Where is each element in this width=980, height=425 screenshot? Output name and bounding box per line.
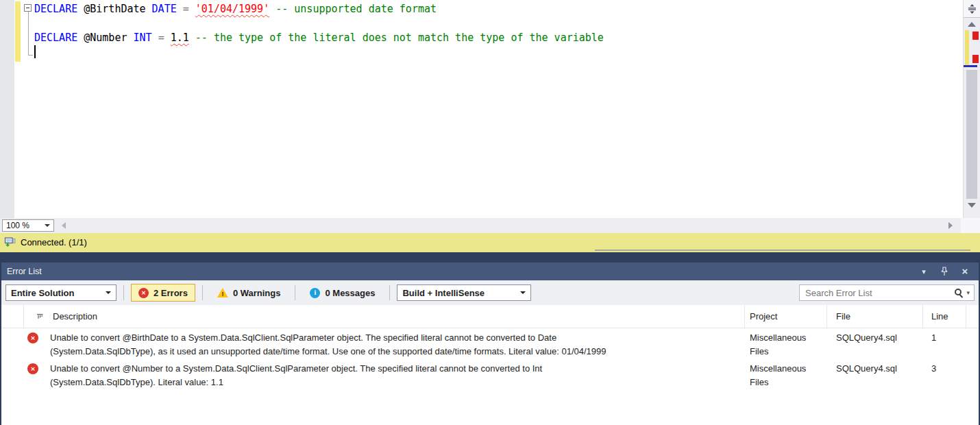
sql-variable: @Number [84,32,133,44]
column-file-label: File [836,311,850,321]
error-icon: × [27,363,38,374]
toolbar-separator [295,285,295,300]
messages-filter-button[interactable]: i 0 Messages [302,284,382,302]
text-caret [34,45,36,58]
error-line-number: 3 [923,359,966,390]
error-icon: × [138,288,149,298]
vertical-scrollbar[interactable] [963,0,980,218]
row-margin [1,328,24,359]
track-changes-bar [15,1,21,62]
scroll-down-icon[interactable] [968,203,976,208]
severity-column-icon [36,313,44,320]
error-project: Miscellaneous Files [745,359,827,390]
error-description: Unable to convert @Number to a System.Da… [50,362,542,389]
error-list-panel: Error List ▾ × Entire Solution × 2 Error… [0,263,980,425]
scroll-right-icon[interactable] [948,222,953,229]
status-bar-divider [595,250,970,251]
source-filter-value: Build + IntelliSense [402,288,516,298]
error-description-cell: × Unable to convert @BirthDate to a Syst… [24,328,745,359]
error-table-header: Description Project File Line [1,305,979,328]
toolbar-separator [123,285,124,300]
zoom-value: 100 % [3,221,45,230]
chevron-down-icon [520,291,526,294]
error-description: Unable to convert @BirthDate to a System… [50,331,607,359]
scroll-mark-changes [965,30,969,67]
scope-filter-dropdown[interactable]: Entire Solution [5,284,117,301]
error-icon: × [27,332,38,343]
scope-filter-value: Entire Solution [11,288,101,298]
error-row-1[interactable]: × Unable to convert @BirthDate to a Syst… [1,328,979,359]
chevron-down-icon[interactable]: ▾ [964,289,974,296]
column-project-label: Project [750,311,777,321]
chevron-down-icon [106,291,111,294]
scrollbar-corner [961,218,980,233]
sql-type-keyword: DATE [152,3,183,15]
connection-status-bar: Connected. (1/1) [0,233,980,252]
sql-comment: -- unsupported date format [269,3,437,15]
error-file: SQLQuery4.sql [827,359,923,390]
sql-operator: = [158,32,171,44]
warnings-filter-button[interactable]: ! 0 Warnings [210,284,289,302]
sql-string-literal: '01/04/1999' [195,3,269,15]
scrollbar-thumb[interactable] [966,70,977,199]
column-line[interactable]: Line [923,305,966,328]
sql-keyword: DECLARE [34,3,84,15]
errors-filter-button[interactable]: × 2 Errors [131,284,195,302]
window-position-icon[interactable]: ▾ [918,263,929,280]
code-line-1: DECLARE @BirthDate DATE = '01/04/1999' -… [34,2,437,16]
sql-operator: = [183,3,195,15]
info-icon: i [310,288,320,298]
indicator-margin [0,0,14,218]
split-editor-handle-icon[interactable] [964,0,980,18]
sql-number-literal: 1.1 [171,32,189,44]
scroll-mark-error-2 [972,55,979,63]
column-line-label: Line [931,311,948,321]
error-list-title-bar[interactable]: Error List ▾ × [1,263,979,280]
error-description-cell: × Unable to convert @Number to a System.… [24,359,745,390]
zoom-selector[interactable]: 100 % [2,219,54,232]
errors-filter-label: 2 Errors [154,288,188,298]
column-spacer [966,305,979,328]
code-line-3: DECLARE @Number INT = 1.1 -- the type of… [34,31,604,45]
search-icon[interactable] [954,288,964,298]
toolbar-separator [202,285,203,300]
scroll-up-icon[interactable] [968,22,976,27]
row-spacer [966,359,979,390]
panel-title: Error List [7,263,42,280]
sql-type-keyword: INT [134,32,158,44]
messages-filter-label: 0 Messages [325,288,375,298]
column-file[interactable]: File [827,305,923,328]
row-spacer [966,328,979,359]
server-connection-icon [4,237,16,250]
close-icon[interactable]: × [959,263,970,280]
source-filter-dropdown[interactable]: Build + IntelliSense [397,284,531,301]
warning-icon: ! [217,288,228,298]
error-file: SQLQuery4.sql [827,328,923,359]
sql-keyword: DECLARE [34,32,84,44]
sql-variable: @BirthDate [84,3,151,15]
pin-icon[interactable] [939,263,950,280]
fold-guide-line [28,12,33,56]
scroll-mark-caret [964,65,977,67]
toolbar-separator [389,285,390,300]
pane-splitter[interactable] [0,252,980,263]
scroll-left-icon[interactable] [62,222,66,229]
column-description[interactable]: Description [24,305,745,328]
row-margin [1,359,24,390]
chevron-down-icon [45,224,50,227]
search-error-list-box[interactable]: ▾ [799,284,975,301]
sql-comment: -- the type of the literal does not matc… [189,32,604,44]
error-project: Miscellaneous Files [745,328,827,359]
scroll-mark-error-1 [972,32,979,40]
column-description-label: Description [53,311,97,321]
error-list-toolbar: Entire Solution × 2 Errors ! 0 Warnings … [1,280,979,305]
error-list-empty-area [1,390,979,425]
error-row-2[interactable]: × Unable to convert @Number to a System.… [1,359,979,390]
column-project[interactable]: Project [745,305,827,328]
search-input[interactable] [800,288,954,298]
column-selector-header[interactable] [1,305,24,328]
fold-collapse-icon[interactable] [24,4,32,12]
ssms-window: DECLARE @BirthDate DATE = '01/04/1999' -… [0,0,980,425]
sql-editor[interactable]: DECLARE @BirthDate DATE = '01/04/1999' -… [0,0,980,218]
error-line-number: 1 [923,328,966,359]
